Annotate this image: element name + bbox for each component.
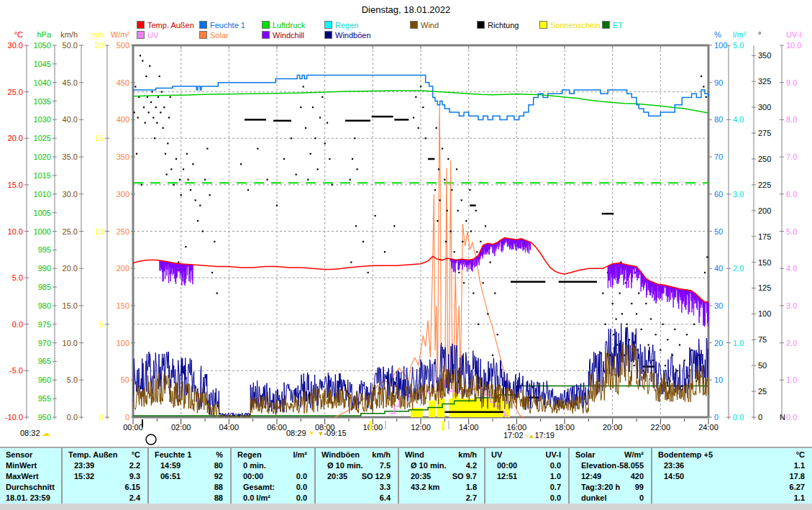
cell-value: 1.8 [466, 482, 477, 493]
svg-text:1.0: 1.0 [786, 375, 797, 384]
cell-value: 17.8 [790, 471, 805, 482]
col-header-unit: UV-I [546, 450, 561, 460]
svg-text:0: 0 [714, 413, 719, 422]
svg-text:90: 90 [714, 78, 723, 87]
svg-text:l/m²: l/m² [733, 30, 747, 39]
footer-strip [0, 504, 812, 510]
svg-text:975: 975 [38, 320, 51, 329]
svg-text:0: 0 [99, 413, 104, 422]
table-row-label: 18.01. 23:59 [6, 493, 50, 504]
moonset-time: 08:32 [20, 429, 40, 437]
table-col-feuchte-1: Feuchte 1%14:598006:51928888 [147, 448, 230, 505]
sunset-start-time: 17:02 [503, 431, 524, 440]
svg-text:W/m²: W/m² [111, 30, 130, 39]
svg-text:6.0: 6.0 [786, 190, 797, 199]
svg-text:40.0: 40.0 [63, 115, 78, 124]
svg-text:1025: 1025 [34, 134, 51, 142]
col-header-unit: % [216, 450, 223, 460]
svg-text:350: 350 [758, 51, 771, 60]
col-header-unit: km/h [458, 450, 477, 460]
cell-value: 4.2 [466, 460, 477, 471]
svg-text:950: 950 [38, 413, 51, 422]
cell-time: Gesamt: [243, 482, 275, 493]
cell-value: 6.15 [125, 482, 140, 493]
cell-value: 99 [635, 482, 644, 493]
col-header-unit: l/m² [293, 450, 307, 460]
svg-text:125: 125 [758, 283, 771, 292]
moonset-annotation: 08:32 ☁ [20, 429, 50, 438]
svg-text:-5.0: -5.0 [9, 366, 23, 375]
cell-value: 0.0 [296, 493, 307, 504]
table-col-temp-au-en: Temp. Außen°C23:392.215:329.36.152.4 [61, 448, 147, 505]
cell-value: 420 [631, 471, 644, 482]
svg-text:70: 70 [714, 152, 723, 161]
svg-text:12:00: 12:00 [411, 423, 431, 432]
svg-text:35.0: 35.0 [63, 152, 78, 161]
cell-value: 0.7 [550, 482, 561, 493]
svg-text:300: 300 [758, 103, 771, 111]
svg-text:200: 200 [758, 206, 771, 215]
col-header-unit: °C [796, 450, 805, 460]
svg-text:985: 985 [38, 283, 51, 291]
svg-text:995: 995 [38, 245, 51, 254]
cell-value: 92 [214, 471, 223, 482]
svg-text:150: 150 [117, 301, 129, 310]
svg-text:20: 20 [714, 339, 723, 347]
cell-time: 00:00 [497, 460, 517, 471]
svg-text:2.0: 2.0 [786, 339, 797, 347]
svg-text:04:00: 04:00 [219, 423, 240, 432]
svg-text:250: 250 [117, 227, 129, 236]
svg-text:0: 0 [125, 413, 129, 422]
sun-low-time: -09:15 [324, 429, 346, 437]
weather-station-app: Dienstag, 18.01.2022 Temp. AußenFeuchte … [0, 0, 812, 510]
svg-text:955: 955 [38, 394, 51, 403]
sunset-annotation: 17:02 ▫▲17:19 [503, 431, 555, 440]
cell-time: 43.2 km [411, 482, 439, 493]
sun-icon: ☀ [309, 429, 316, 437]
table-row-label: MinWert [6, 460, 37, 471]
sunrise-time: 08:29 [286, 429, 306, 437]
svg-text:-10.0: -10.0 [5, 413, 23, 422]
moon-cloud-icon: ☁ [42, 429, 50, 437]
svg-text:0.0: 0.0 [786, 413, 797, 422]
svg-text:50: 50 [714, 227, 723, 236]
svg-text:4.0: 4.0 [786, 264, 797, 273]
svg-text:9.0: 9.0 [786, 78, 797, 87]
cell-value: -58.055 [617, 460, 644, 471]
svg-text:15.0: 15.0 [8, 181, 23, 189]
svg-text:100: 100 [714, 41, 727, 50]
col-header-unit: W/m² [624, 450, 644, 460]
table-row-labels: SensorMinWertMaxWertDurchschnitt18.01. 2… [0, 448, 61, 505]
svg-text:1020: 1020 [34, 152, 51, 161]
svg-text:45.0: 45.0 [63, 78, 78, 87]
svg-text:100: 100 [758, 309, 771, 318]
svg-text:500: 500 [117, 41, 129, 50]
svg-text:7.0: 7.0 [786, 152, 797, 161]
svg-text:3.0: 3.0 [733, 190, 744, 199]
cell-value: 0 [639, 493, 644, 504]
svg-text:60: 60 [714, 190, 723, 199]
svg-text:18:00: 18:00 [555, 423, 575, 432]
col-header-name: Wind [405, 450, 424, 460]
svg-text:1.0: 1.0 [733, 339, 744, 347]
svg-text:14:00: 14:00 [459, 423, 479, 432]
cell-time: 00:00 [243, 471, 263, 482]
svg-text:990: 990 [38, 264, 51, 273]
cell-value: 1.1 [794, 460, 805, 471]
svg-text:1000: 1000 [34, 227, 51, 236]
cell-time: 14:59 [160, 460, 181, 471]
svg-text:275: 275 [758, 129, 771, 137]
svg-text:hPa: hPa [37, 30, 51, 39]
svg-text:1040: 1040 [34, 78, 51, 87]
cell-value: 0.0 [296, 471, 307, 482]
cell-time: 15:32 [74, 471, 94, 482]
svg-text:50: 50 [121, 375, 129, 384]
svg-text:300: 300 [117, 190, 129, 199]
svg-text:175: 175 [758, 232, 771, 241]
svg-text:%: % [714, 30, 721, 39]
svg-text:225: 225 [758, 181, 771, 189]
cell-time: Elevation [581, 460, 616, 471]
cell-value: 2.7 [466, 493, 477, 504]
svg-text:75: 75 [758, 335, 767, 344]
table-col-bodentemp-5: Bodentemp +5°C23:361.114:5017.86.271.1 [651, 448, 812, 505]
